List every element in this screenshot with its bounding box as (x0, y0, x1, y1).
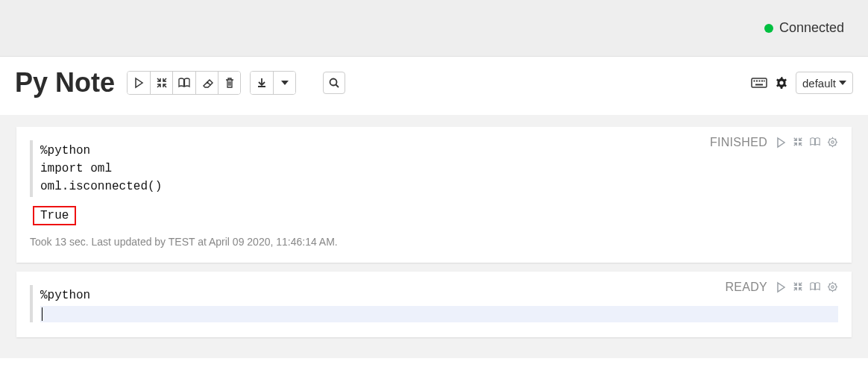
cell-collapse-button[interactable] (793, 137, 803, 148)
svg-point-10 (831, 141, 834, 143)
notebook-cell: FINISHED (16, 127, 852, 263)
collapse-icon (156, 77, 168, 89)
svg-rect-6 (764, 81, 765, 82)
cell-settings-button[interactable] (827, 281, 838, 293)
svg-point-0 (330, 79, 337, 86)
svg-point-8 (779, 81, 783, 84)
cell-output: True (33, 206, 76, 225)
book-icon (809, 137, 821, 147)
svg-rect-4 (758, 81, 760, 82)
cell-header: READY (725, 281, 838, 294)
trash-icon (224, 77, 235, 89)
cell-settings-button[interactable] (827, 137, 838, 148)
cell-status-label: READY (725, 281, 767, 294)
book-icon (177, 77, 191, 89)
collapse-icon (793, 137, 803, 147)
right-controls: default (751, 72, 853, 94)
kernel-selected-label: default (802, 77, 836, 90)
cell-meta: Took 13 sec. Last updated by TEST at Apr… (30, 236, 838, 248)
keyboard-icon (751, 77, 767, 89)
delete-button[interactable] (218, 72, 240, 94)
cell-toolbar (775, 281, 838, 293)
play-icon (775, 137, 787, 148)
settings-button[interactable] (775, 76, 788, 90)
toolbar: Py Note (0, 57, 868, 115)
interpreter-directive: %python (40, 287, 838, 304)
cell-run-button[interactable] (775, 137, 787, 148)
eraser-icon (201, 77, 213, 89)
run-button-group (127, 71, 241, 95)
cell-run-button[interactable] (775, 281, 787, 293)
run-all-button[interactable] (128, 72, 150, 94)
cell-collapse-button[interactable] (793, 281, 803, 293)
svg-rect-5 (761, 81, 763, 82)
gear-icon (827, 281, 838, 293)
collapse-icon (793, 281, 803, 292)
notebook-cell: READY (16, 272, 852, 337)
export-dropdown-button[interactable] (273, 72, 295, 94)
show-code-button[interactable] (172, 72, 195, 94)
keyboard-shortcuts-button[interactable] (751, 77, 767, 89)
svg-point-12 (831, 286, 834, 288)
svg-rect-2 (753, 81, 755, 82)
cell-code-editor[interactable]: %python (30, 285, 838, 322)
cell-toolbar (775, 137, 838, 148)
cell-book-button[interactable] (809, 281, 821, 293)
editor-active-line[interactable] (40, 306, 838, 322)
text-cursor-icon (42, 307, 43, 321)
notebook-body: FINISHED (0, 115, 868, 358)
page-title: Py Note (15, 67, 115, 98)
gear-icon (827, 137, 838, 148)
play-icon (133, 77, 145, 89)
svg-rect-7 (755, 84, 763, 86)
book-icon (809, 281, 821, 292)
play-icon (775, 281, 787, 293)
caret-down-icon (281, 81, 289, 85)
caret-down-icon (839, 81, 846, 85)
svg-rect-3 (756, 81, 758, 82)
connection-status-label: Connected (779, 20, 844, 36)
cell-status-label: FINISHED (710, 136, 767, 149)
export-button-group (250, 71, 296, 95)
cell-header: FINISHED (710, 136, 838, 149)
connection-dot-icon (764, 24, 773, 33)
clear-output-button[interactable] (195, 72, 218, 94)
gear-icon (775, 76, 788, 90)
search-button[interactable] (323, 72, 345, 94)
download-icon (256, 77, 268, 89)
svg-rect-1 (752, 78, 767, 87)
kernel-selector[interactable]: default (796, 72, 853, 94)
cell-book-button[interactable] (809, 137, 821, 148)
connection-status: Connected (764, 20, 844, 36)
export-button[interactable] (251, 72, 273, 94)
top-banner: Connected (0, 0, 868, 57)
collapse-all-button[interactable] (150, 72, 172, 94)
search-icon (328, 77, 340, 89)
